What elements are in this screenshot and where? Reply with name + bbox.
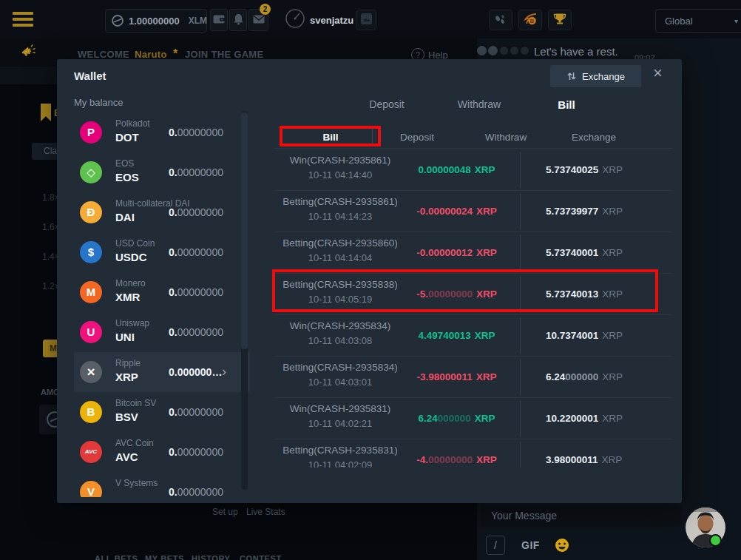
notifications-button[interactable] — [229, 9, 247, 31]
live-stats-link[interactable]: Live Stats — [246, 507, 285, 517]
transactions-table: Win(CRASH-2935861) 10-11 04:14:40 0.0000… — [274, 149, 673, 468]
coin-list-scrollbar-thumb[interactable] — [241, 112, 248, 349]
transaction-amount: -0.00000012XRP — [392, 232, 521, 274]
coin-symbol: DAI — [115, 211, 135, 223]
polkadot-coin-icon: P — [80, 121, 102, 144]
user-menu[interactable]: svenjatzu ▾ — [285, 9, 361, 31]
trophy-icon — [553, 13, 566, 27]
tab-all-bets[interactable]: ALL BETS — [95, 554, 138, 560]
xrp-coin-icon: × — [80, 361, 102, 383]
coin-name: AVC Coin — [115, 438, 154, 448]
transaction-amount: 0.00000048XRP — [392, 149, 521, 191]
column-divider — [520, 193, 521, 230]
coin-row-avc[interactable]: AVC AVC Coin AVC 0.00000000 — [74, 432, 250, 472]
coin-list: P Polkadot DOT 0.00000000 ◇ EOS EOS 0.00… — [74, 111, 250, 497]
top-bar: 1.00000000 XLM ▾ 2 svenjatzu ▾ B — [0, 0, 741, 39]
bell-icon — [233, 13, 244, 27]
rain-button[interactable] — [489, 10, 512, 30]
table-row: Betting(CRASH-2935834) 10-11 04:03:01 -3… — [274, 357, 673, 398]
transaction-time: 10-11 04:03:01 — [274, 377, 407, 388]
crypto-fire-button[interactable]: B — [518, 10, 542, 30]
medal-icon — [488, 46, 498, 55]
transaction-time: 10-11 04:02:09 — [274, 459, 407, 468]
messages-button[interactable]: 2 — [248, 9, 268, 31]
vsystems-coin-icon: V — [80, 481, 102, 497]
transaction-balance: 10.2200001XRP — [546, 398, 623, 439]
setup-link[interactable]: Set up — [212, 507, 238, 517]
transaction-balance: 5.73740013XRP — [546, 274, 623, 315]
uniswap-coin-icon: U — [80, 321, 102, 343]
coin-row-usdc[interactable]: $ USD Coin USDC 0.00000000 — [74, 232, 250, 272]
transaction-balance: 6.24000000XRP — [546, 357, 623, 398]
exchange-button[interactable]: Exchange — [550, 65, 641, 87]
coin-symbol: XRP — [115, 371, 138, 383]
tab-deposit[interactable]: Deposit — [369, 98, 404, 110]
unread-badge: 2 — [260, 4, 271, 15]
coin-balance: 0.00000000 — [169, 166, 223, 178]
coin-row-bsv[interactable]: B Bitcoin SV BSV 0.00000000 — [74, 392, 250, 432]
user-avatar-icon — [285, 9, 305, 31]
my-balance-label: My balance — [74, 97, 123, 108]
coin-balance: 0.00000000 — [169, 486, 223, 497]
column-divider — [520, 276, 521, 313]
transaction-label: Betting(CRASH-2935834) — [274, 362, 407, 373]
coin-row-dot[interactable]: P Polkadot DOT 0.00000000 — [74, 112, 250, 152]
chat-message-input[interactable] — [481, 505, 682, 527]
subtab-deposit[interactable]: Deposit — [400, 132, 434, 143]
medal-icon — [477, 46, 487, 55]
emoji-button[interactable] — [555, 538, 569, 556]
transaction-time: 10-11 04:14:04 — [274, 252, 407, 263]
modal-title: Wallet — [74, 70, 106, 82]
subtab-bill[interactable]: Bill — [322, 132, 338, 143]
close-icon[interactable]: × — [653, 64, 663, 83]
subtab-exchange[interactable]: Exchange — [572, 132, 616, 143]
tab-withdraw[interactable]: Withdraw — [458, 98, 501, 110]
slash-command-button[interactable]: / — [486, 536, 505, 555]
rain-icon — [494, 13, 507, 27]
tab-bill[interactable]: Bill — [558, 98, 575, 111]
coin-row-dai[interactable]: Đ Multi-collateral DAI DAI 0.00000000 — [74, 192, 250, 232]
media-button[interactable] — [356, 10, 376, 30]
wallet-button[interactable] — [210, 9, 228, 31]
tab-my-bets[interactable]: MY BETS — [145, 554, 184, 560]
header-underline — [274, 148, 673, 149]
contest-trophy-button[interactable] — [548, 10, 572, 30]
welcome-username: Naruto — [135, 49, 167, 60]
eos-coin-icon: ◇ — [80, 161, 102, 183]
join-game-text: JOIN THE GAME — [185, 49, 263, 60]
subtab-withdraw[interactable]: Withdraw — [485, 132, 527, 143]
balance-currency: XLM — [189, 16, 207, 26]
bsv-coin-icon: B — [80, 401, 102, 423]
transaction-time: 10-11 04:14:40 — [274, 169, 407, 181]
flame-coin-icon: B — [523, 13, 538, 28]
transaction-time: 10-11 04:02:21 — [274, 418, 407, 429]
transaction-label: Betting(CRASH-2935860) — [274, 237, 407, 249]
exchange-arrows-icon — [566, 71, 577, 81]
coin-name: Bitcoin SV — [115, 398, 156, 408]
dai-coin-icon: Đ — [80, 201, 102, 223]
coin-balance: 0.00000000 — [169, 286, 223, 298]
column-divider — [520, 152, 521, 189]
medal-icon — [521, 47, 529, 55]
balance-selector[interactable]: 1.00000000 XLM ▾ — [105, 9, 207, 33]
coin-symbol: XMR — [115, 291, 140, 303]
channel-selector[interactable]: Global ▾ — [655, 9, 741, 33]
tab-history[interactable]: HISTORY — [192, 554, 231, 560]
coin-row-eos[interactable]: ◇ EOS EOS 0.00000000 — [74, 152, 250, 192]
coin-row-uni[interactable]: U Uniswap UNI 0.00000000 — [74, 312, 250, 352]
coin-row-xmr[interactable]: M Monero XMR 0.00000000 — [74, 272, 250, 312]
tab-contest[interactable]: CONTEST — [240, 554, 282, 560]
transaction-balance: 5.73740025XRP — [546, 149, 623, 191]
coin-row-xrp-selected[interactable]: × Ripple XRP 0.000000… › — [74, 352, 250, 392]
table-row: Betting(CRASH-2935861) 10-11 04:14:23 -0… — [274, 191, 673, 232]
coin-row-vsys[interactable]: V V Systems 0.00000000 — [74, 472, 250, 497]
transaction-time: 10-11 04:05:19 — [274, 294, 407, 305]
wallet-modal: Wallet Exchange × My balance P Polkadot … — [57, 59, 682, 503]
gif-button[interactable]: GIF — [521, 539, 540, 551]
transaction-amount: -4.00000000XRP — [392, 439, 521, 468]
chevron-right-icon: › — [222, 364, 226, 379]
menu-button[interactable] — [13, 12, 33, 28]
medal-icon — [500, 47, 508, 55]
svg-text:B: B — [529, 18, 534, 24]
online-status-dot — [709, 534, 722, 547]
